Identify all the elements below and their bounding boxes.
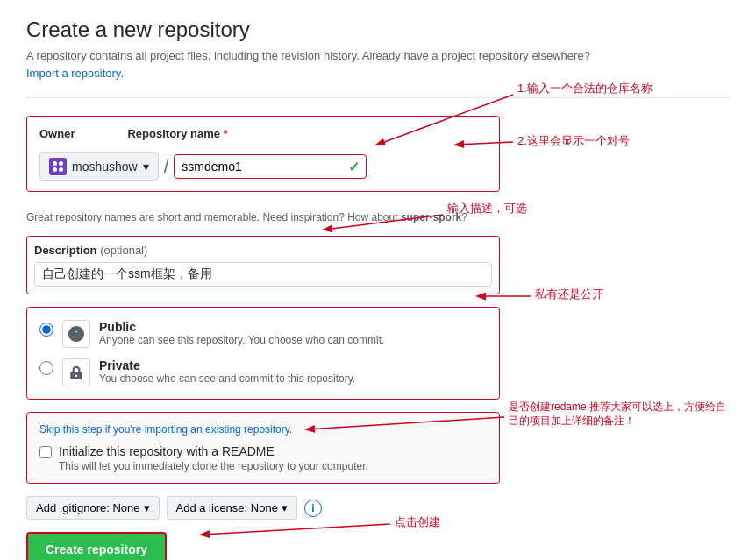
dot3 [53,167,57,172]
license-dropdown[interactable]: Add a license: None ▾ [167,496,297,520]
owner-avatar [49,158,67,175]
description-box: Description (optional) [26,236,500,294]
optional-label: (optional) [100,244,147,257]
public-title: Public [99,320,487,334]
extras-row: Add .gitignore: None ▾ Add a license: No… [26,496,730,520]
annotation-5b: 己的项目加上详细的备注！ [509,415,635,427]
public-text: Public Anyone can see this repository. Y… [99,320,487,346]
gitignore-dropdown[interactable]: Add .gitignore: None ▾ [26,496,160,520]
slash-separator: / [164,157,169,177]
license-arrow-icon: ▾ [282,501,288,514]
license-label: Add a license: None [176,501,278,514]
page-subtitle: A repository contains all project files,… [26,49,730,62]
readme-label: Initialize this repository with a README [59,444,368,458]
annotation-5a: 是否创建redame,推荐大家可以选上，方便给自 [509,401,726,413]
gitignore-label: Add .gitignore: None [36,501,140,514]
readme-checkbox[interactable] [39,446,52,458]
repo-name-label: Repository name * [127,127,227,140]
private-radio[interactable] [39,361,53,375]
private-desc: You choose who can see and commit to thi… [99,372,487,385]
import-link[interactable]: Import a repository. [26,67,124,80]
required-indicator: * [224,127,228,140]
public-icon [62,320,90,348]
readme-check-row: Initialize this repository with a README… [39,444,487,472]
owner-name: moshushow [72,159,138,174]
dropdown-arrow-icon: ▾ [143,159,149,174]
gitignore-arrow-icon: ▾ [144,501,150,514]
description-label: Description (optional) [34,244,492,257]
repo-hint: Great repository names are short and mem… [26,211,500,223]
readme-sublabel: This will let you immediately clone the … [59,460,368,472]
owner-label: Owner [39,127,75,140]
annotation-4: 私有还是公开 [535,287,603,301]
dot2 [59,161,63,166]
owner-dropdown[interactable]: moshushow ▾ [39,152,159,181]
owner-repo-section: Owner Repository name * moshushow ▾ [26,116,500,192]
info-icon[interactable]: i [304,500,322,517]
private-text: Private You choose who can see and commi… [99,358,487,385]
public-radio[interactable] [39,323,53,337]
dot1 [53,161,57,166]
repo-name-wrap: ✓ [174,154,367,179]
section-divider [26,97,730,98]
create-repository-button[interactable]: Create repository [26,532,167,560]
avatar-dots [50,159,66,174]
description-section: Description (optional) [26,236,500,294]
visibility-section: Public Anyone can see this repository. Y… [26,307,500,400]
annotation-1: 1.输入一个合法的仓库名称 [517,82,653,95]
owner-repo-row: moshushow ▾ / ✓ [39,152,487,181]
repo-name-input[interactable] [174,154,367,179]
readme-skip-text: Skip this step if you're importing an ex… [39,423,487,436]
private-option: Private You choose who can see and commi… [39,358,487,386]
check-icon: ✓ [348,159,360,175]
readme-section: Skip this step if you're importing an ex… [26,412,500,484]
description-input[interactable] [34,262,492,287]
private-icon [62,358,90,386]
public-desc: Anyone can see this repository. You choo… [99,334,487,346]
arrow-6 [202,524,390,535]
page-title: Create a new repository [26,18,730,42]
private-title: Private [99,358,487,372]
suggestion-text: super-spork [401,211,461,223]
readme-text-wrap: Initialize this repository with a README… [59,444,368,472]
public-option: Public Anyone can see this repository. Y… [39,320,487,348]
dot4 [59,167,63,172]
